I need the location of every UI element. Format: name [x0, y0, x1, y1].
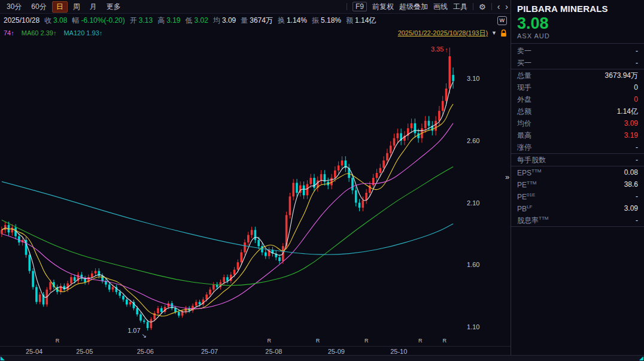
svg-text:3.10: 3.10 — [467, 75, 479, 82]
quote-detail-row: 卖一 - — [511, 45, 644, 57]
svg-text:1.07: 1.07 — [127, 327, 140, 334]
quote-date: 2025/10/28 — [4, 16, 40, 25]
quote-detail-row: 涨停 - — [511, 141, 644, 154]
svg-text:↘: ↘ — [142, 332, 147, 339]
quote-field: 额1.14亿 — [346, 16, 376, 26]
chart-panel: 30分60分日周月更多 F9前复权超级叠加画线工具 ⚙ ‹ › 2025/10/… — [0, 0, 511, 356]
x-axis-label: 25-04 — [26, 348, 42, 355]
collapse-panel-button[interactable]: » — [504, 172, 511, 181]
x-axis-label: 25-06 — [137, 348, 154, 355]
toolbar-divider — [473, 3, 473, 10]
svg-text:↑: ↑ — [445, 46, 448, 53]
quote-detail-row: 现手 0 — [511, 81, 644, 93]
period-tabs: 30分60分日周月更多 — [2, 1, 125, 13]
quote-detail-row: 总额 1.14亿 — [511, 105, 644, 117]
quote-info-bar: 2025/10/28 收3.08 幅-6.10%(-0.20) 开3.13 高3… — [0, 14, 511, 27]
quote-detail-row: 买一 - — [511, 57, 644, 69]
svg-text:R: R — [364, 338, 369, 344]
quote-field: 高3.19 — [157, 16, 180, 26]
chevron-down-icon[interactable]: ▼ — [491, 30, 497, 36]
gear-icon[interactable]: ⚙ — [479, 2, 486, 11]
toolbar-divider — [491, 3, 492, 10]
quote-detail-row: 最高 3.19 — [511, 129, 644, 141]
period-tab[interactable]: 更多 — [102, 1, 125, 13]
quote-detail-row: 总量 3673.94万 — [511, 69, 644, 81]
quote-field: 收3.08 — [44, 16, 67, 26]
svg-text:2.60: 2.60 — [467, 137, 479, 144]
quote-detail-row: PBLF 3.09 — [511, 202, 644, 214]
quote-panel: » PILBARA MINERALS 3.08 ASX AUD 卖一 - 买一 … — [511, 0, 644, 356]
chevron-left-icon[interactable]: ‹ — [497, 3, 500, 10]
quote-field: 换1.14% — [278, 16, 307, 26]
toolbar-tool-button[interactable]: 画线 — [433, 2, 448, 12]
candlestick-chart[interactable]: 3.102.602.101.601.10RRRRRR3.35↑1.07↘ — [0, 39, 511, 346]
svg-text:R: R — [316, 338, 320, 344]
quote-detail-row: 外盘 0 — [511, 93, 644, 105]
currency-label: AUD — [534, 32, 549, 40]
lock-icon[interactable] — [500, 29, 507, 37]
svg-text:3.35: 3.35 — [431, 45, 443, 53]
svg-text:1.60: 1.60 — [467, 261, 479, 268]
stock-name: PILBARA MINERALS — [511, 0, 644, 14]
quote-detail-row: PE01E - — [511, 190, 644, 202]
svg-text:2.10: 2.10 — [467, 199, 479, 207]
toolbar: 30分60分日周月更多 F9前复权超级叠加画线工具 ⚙ ‹ › — [0, 0, 511, 14]
svg-text:R: R — [418, 338, 423, 344]
period-tab[interactable]: 周 — [69, 1, 84, 13]
toolbar-tool-button[interactable]: F9 — [353, 2, 367, 11]
resize-handle-icon[interactable]: ◢ — [639, 355, 643, 361]
chevron-right-icon[interactable]: › — [505, 3, 508, 10]
quote-detail-row: 股息率TTM - — [511, 214, 644, 227]
w-chat-icon[interactable]: W — [497, 16, 508, 25]
scroll-left-handle-icon[interactable]: ◣ — [1, 355, 5, 361]
toolbar-tool-button[interactable]: 超级叠加 — [399, 2, 428, 12]
svg-text:1.10: 1.10 — [467, 323, 479, 330]
date-range-label[interactable]: 2025/01/22-2025/10/28(193日) — [398, 29, 488, 38]
ma-value-label: 74↑ — [4, 29, 14, 37]
x-axis-label: 25-05 — [76, 348, 93, 355]
quote-detail-row: EPSTTM 0.08 — [511, 166, 644, 178]
trading-app-window: 30分60分日周月更多 F9前复权超级叠加画线工具 ⚙ ‹ › 2025/10/… — [0, 0, 644, 361]
x-axis-label: 25-08 — [265, 348, 282, 355]
ma-value-label: MA60 2.39↑ — [22, 29, 57, 37]
toolbar-divider — [347, 3, 347, 10]
period-tab[interactable]: 日 — [52, 1, 68, 13]
ma-indicator-bar: 74↑MA60 2.39↑MA120 1.93↑ 2025/01/22-2025… — [0, 27, 511, 39]
horizontal-scrollbar[interactable]: ◣ ◢ — [0, 355, 644, 361]
quote-field: 低3.02 — [186, 16, 208, 26]
svg-text:R: R — [268, 338, 272, 344]
toolbar-tools: F9前复权超级叠加画线工具 ⚙ ‹ › — [347, 2, 508, 12]
period-tab[interactable]: 月 — [86, 1, 101, 13]
quote-field: 幅-6.10%(-0.20) — [72, 16, 124, 26]
exchange-label: ASX — [517, 32, 532, 40]
quote-field: 量3674万 — [241, 16, 273, 26]
ma-value-label: MA120 1.93↑ — [63, 29, 102, 37]
x-axis-label: 25-09 — [328, 348, 345, 355]
toolbar-tool-button[interactable]: 工具 — [453, 2, 467, 12]
period-tab[interactable]: 60分 — [27, 1, 50, 13]
exchange-currency: ASX AUD — [511, 32, 644, 44]
x-axis-label: 25-07 — [201, 348, 218, 355]
svg-text:R: R — [56, 338, 60, 344]
quote-field: 开3.13 — [130, 16, 153, 26]
x-axis-label: 25-10 — [390, 348, 407, 355]
quote-field: 振5.18% — [312, 16, 341, 26]
quote-detail-rows: 卖一 - 买一 - 总量 3673.94万 现手 0 — [511, 44, 644, 227]
last-price: 3.08 — [511, 14, 644, 32]
period-tab[interactable]: 30分 — [2, 1, 26, 13]
date-range-control: 2025/01/22-2025/10/28(193日) ▼ — [398, 29, 507, 38]
toolbar-tool-button[interactable]: 前复权 — [372, 2, 394, 12]
quote-detail-row: 每手股数 - — [511, 154, 644, 166]
quote-detail-row: 均价 3.09 — [511, 117, 644, 129]
quote-field: 均3.09 — [213, 16, 236, 26]
svg-text:R: R — [443, 338, 447, 344]
quote-detail-row: PETTM 38.6 — [511, 178, 644, 190]
